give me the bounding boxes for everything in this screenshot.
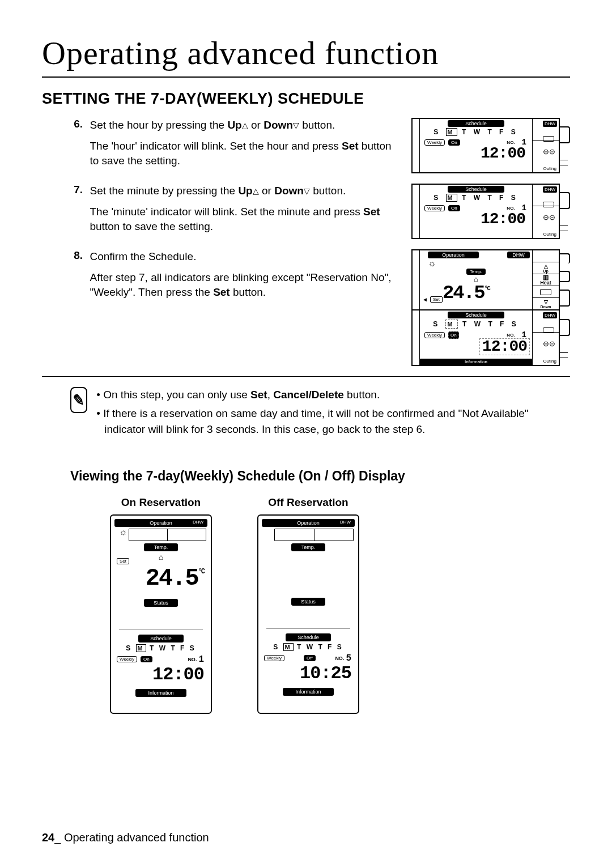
- chapter-title: Operating advanced function: [42, 34, 570, 78]
- right-cell: [533, 250, 559, 262]
- side-tab: [560, 126, 570, 143]
- note-icon: ✎: [70, 387, 87, 413]
- full-lcd-on: Operation DHW ☼ Temp. ⌂ Set: [110, 514, 212, 714]
- text: • On this step, you can only use: [96, 389, 250, 401]
- day-selected: M: [136, 644, 146, 652]
- down-icon: [304, 185, 310, 197]
- up-label: Up: [227, 119, 241, 131]
- lcd-step-8-top: Operation DHW ☼ Temp. ⌂ ◄Set 24.5°C: [411, 249, 560, 310]
- down-label: Down: [274, 185, 304, 197]
- text: button to save the setting.: [90, 220, 213, 232]
- no-label: NO.: [507, 333, 515, 338]
- time-display: 12:00: [422, 211, 530, 227]
- up-cell: △ Up: [533, 262, 559, 274]
- heat-text: Heat: [540, 280, 551, 286]
- footer-sep: _: [54, 831, 64, 844]
- pointer-icon: ◄: [422, 296, 428, 303]
- weekly-pill: Weekly: [424, 139, 445, 146]
- side-tab: [560, 290, 570, 307]
- on-pill-dashed: On: [448, 331, 459, 339]
- no-value: 5: [346, 653, 351, 663]
- sun-icon: ☼: [114, 527, 128, 541]
- information-bar: Information: [420, 359, 532, 365]
- section-heading: SETTING THE 7-DAY(WEEKLY) SCHEDULE: [42, 90, 570, 108]
- no-value: 1: [198, 654, 204, 665]
- weekly-pill: Weekly: [424, 205, 445, 211]
- on-pill: On: [141, 656, 152, 662]
- dhw-badge: DHW: [338, 520, 352, 525]
- up-icon: [253, 185, 259, 197]
- up-label: Up: [238, 185, 252, 197]
- off-reservation-label: Off Reservation: [257, 496, 359, 509]
- car-icon: ⊖⊝: [543, 213, 555, 222]
- on-pill: On: [448, 139, 460, 146]
- text: The 'minute' indicator will blink. Set t…: [90, 206, 363, 218]
- set-label: Set: [342, 140, 359, 152]
- text: or: [259, 185, 274, 197]
- up-text: Up: [543, 269, 548, 273]
- weekly-pill: Weekly: [117, 656, 137, 662]
- side-tab: [560, 352, 568, 358]
- text: Confirm the Schedule.: [90, 250, 196, 262]
- sub-heading: Viewing the 7-day(Weekly) Schedule (On /…: [42, 469, 570, 484]
- days-row: S M T W T F S: [262, 643, 355, 651]
- set-label: Set: [363, 206, 380, 218]
- deg-c: °C: [198, 568, 204, 576]
- on-reservation-label: On Reservation: [110, 496, 212, 509]
- rect-icon: [540, 289, 551, 295]
- schedule-bar: Schedule: [448, 186, 504, 193]
- on-pill: On: [448, 205, 460, 211]
- information-bar: Information: [283, 688, 334, 696]
- days-row: S M T W T F S: [114, 644, 207, 652]
- step-8-body: Confirm the Schedule. After step 7, all …: [90, 249, 397, 300]
- step-7-body: Set the minute by pressing the Up or Dow…: [90, 184, 397, 235]
- outing-label: Outing: [543, 232, 556, 237]
- text: button.: [344, 389, 380, 401]
- text: Set the hour by pressing the: [90, 119, 227, 131]
- dhw-badge: DHW: [191, 520, 205, 525]
- page-number: 24: [42, 831, 54, 844]
- operation-bar: Operation: [428, 252, 479, 258]
- days-row: S M T W T F S: [422, 320, 530, 329]
- dhw-badge: DHW: [543, 312, 557, 318]
- heat-cell: ▥ Heat: [533, 274, 559, 286]
- no-label: NO.1: [188, 654, 204, 665]
- weekly-pill: Weekly: [264, 655, 284, 661]
- down-label: Down: [264, 119, 293, 131]
- days-row: S M T W T F S: [422, 194, 530, 202]
- step-6-number: 6.: [42, 118, 87, 130]
- lcd-step-8-bottom: Schedule S M T W T F S Weekly On NO. 1 1…: [411, 310, 560, 366]
- separator: [42, 376, 570, 377]
- schedule-bar: Schedule: [448, 312, 504, 318]
- lcd-step-6: Schedule S M T W T F S Weekly On NO. 1 1…: [411, 118, 560, 173]
- outing-label: Outing: [543, 166, 556, 171]
- footer-text: Operating advanced function: [64, 831, 209, 844]
- outing-label: Outing: [543, 359, 556, 364]
- side-tab: [560, 225, 568, 231]
- set-pill: Set: [117, 558, 129, 564]
- dhw-badge: DHW: [543, 121, 557, 127]
- schedule-bar: Schedule: [448, 120, 504, 127]
- up-arrow-icon: △: [544, 263, 548, 269]
- day-selected: M: [446, 194, 457, 202]
- temp-display: 24.5°C: [443, 283, 490, 303]
- down-arrow-icon: ▽: [544, 299, 548, 305]
- off-pill: Off: [304, 655, 316, 661]
- text: Set the minute by pressing the: [90, 185, 238, 197]
- lcd-step-7: Schedule S M T W T F S Weekly On NO. 1 1…: [411, 184, 560, 239]
- page-footer: 24_ Operating advanced function: [42, 831, 209, 844]
- schedule-bar: Schedule: [138, 635, 184, 643]
- up-icon: [242, 119, 248, 131]
- weekly-pill: Weekly: [424, 332, 445, 338]
- operation-bar: Operation DHW: [262, 519, 355, 527]
- temp-display: 24.5°C: [114, 564, 207, 593]
- text: button.: [230, 286, 266, 298]
- status-bar: Status: [144, 599, 178, 607]
- temp-bar: Temp.: [291, 543, 325, 551]
- car-icon: ⊖⊝: [543, 147, 555, 156]
- temp-bar: Temp.: [144, 543, 178, 551]
- schedule-bar: Schedule: [286, 633, 331, 641]
- note-text: • If there is a reservation on same day …: [96, 406, 570, 438]
- dhw-bar: DHW: [507, 252, 530, 258]
- sun-icon: ☼: [428, 258, 530, 269]
